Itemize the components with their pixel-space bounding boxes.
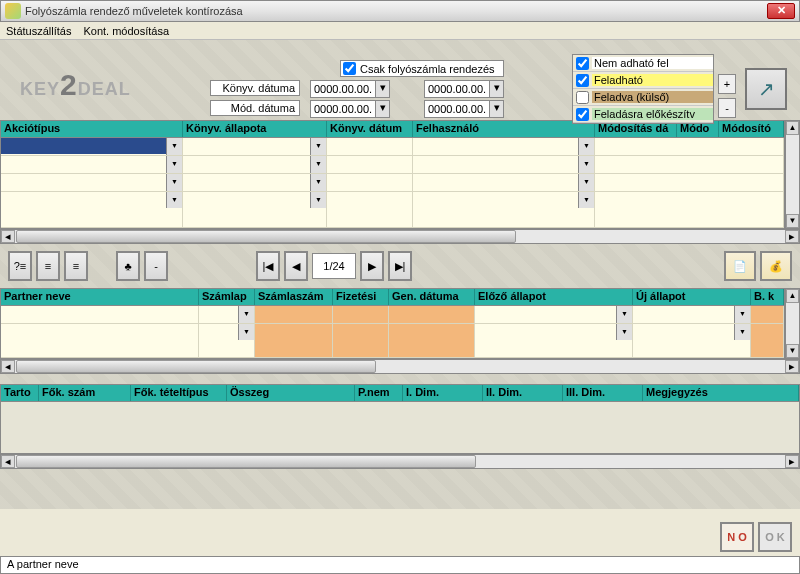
grid3-h2[interactable]: Fők. szám [39, 385, 131, 401]
grid1-h7[interactable]: Módosító [719, 121, 784, 137]
table-row[interactable]: ▼ ▼ ▼ [1, 174, 784, 192]
list2-button[interactable]: ≡ [64, 251, 88, 281]
dropdown-icon[interactable]: ▼ [578, 192, 594, 208]
grid2-hscroll[interactable]: ◂ ▸ [0, 359, 800, 374]
list1-button[interactable]: ≡ [36, 251, 60, 281]
grid1-h3[interactable]: Könyv. dátum [327, 121, 413, 137]
scroll-right-icon[interactable]: ▸ [785, 360, 799, 373]
book-date-to[interactable]: 0000.00.00.▾ [424, 80, 504, 98]
status-row-1[interactable]: Nem adható fel [573, 55, 713, 72]
dropdown-icon[interactable]: ▼ [166, 138, 182, 155]
dropdown-icon[interactable]: ▼ [578, 156, 594, 173]
grid3-hscroll[interactable]: ◂ ▸ [0, 454, 800, 469]
grid1-selected-cell[interactable] [1, 138, 166, 154]
scroll-right-icon[interactable]: ▸ [785, 455, 799, 468]
grid3-h9[interactable]: Megjegyzés [643, 385, 799, 401]
scroll-thumb[interactable] [16, 455, 476, 468]
dropdown-icon[interactable]: ▼ [310, 192, 326, 208]
grid3-h6[interactable]: I. Dim. [403, 385, 483, 401]
prev-page-button[interactable]: ◀ [284, 251, 308, 281]
grid3-h1[interactable]: Tarto [1, 385, 39, 401]
dropdown-icon[interactable]: ▼ [238, 324, 254, 340]
dropdown-icon[interactable]: ▼ [734, 324, 750, 340]
book-date-from[interactable]: 0000.00.00.▾ [310, 80, 390, 98]
no-button[interactable]: N O [720, 522, 754, 552]
help-button[interactable]: ?≡ [8, 251, 32, 281]
status-plus-button[interactable]: + [718, 74, 736, 94]
grid2-h4[interactable]: Fizetési [333, 289, 389, 305]
grid2-h5[interactable]: Gen. dátuma [389, 289, 475, 305]
dropdown-icon[interactable]: ▼ [238, 306, 254, 323]
close-button[interactable]: ✕ [767, 3, 795, 19]
grid3-h4[interactable]: Összeg [227, 385, 355, 401]
only-current-account-check[interactable]: Csak folyószámla rendezés [340, 60, 504, 77]
dropdown-icon[interactable]: ▼ [310, 156, 326, 173]
grid3-h3[interactable]: Fők. tételtípus [131, 385, 227, 401]
status-check-4[interactable] [576, 108, 589, 121]
dropdown-icon[interactable]: ▼ [310, 138, 326, 155]
grid3-h5[interactable]: P.nem [355, 385, 403, 401]
dropdown-icon[interactable]: ▼ [166, 192, 182, 208]
menu-status[interactable]: Státuszállítás [6, 25, 71, 37]
grid2-h7[interactable]: Új állapot [633, 289, 751, 305]
status-check-3[interactable] [576, 91, 589, 104]
report2-button[interactable]: 💰 [760, 251, 792, 281]
status-row-2[interactable]: Feladható [573, 72, 713, 89]
first-page-button[interactable]: |◀ [256, 251, 280, 281]
plus-button[interactable]: ♣ [116, 251, 140, 281]
grid1-h1[interactable]: Akciótípus [1, 121, 183, 137]
grid3-h7[interactable]: II. Dim. [483, 385, 563, 401]
last-page-button[interactable]: ▶| [388, 251, 412, 281]
grid2-h8[interactable]: B. k [751, 289, 784, 305]
ok-button[interactable]: O K [758, 522, 792, 552]
dropdown-icon[interactable]: ▼ [166, 174, 182, 191]
table-row[interactable]: ▼ ▼ ▼ [1, 138, 784, 156]
grid1-vscroll[interactable]: ▲ ▼ [785, 120, 800, 229]
status-check-1[interactable] [576, 57, 589, 70]
dropdown-icon[interactable]: ▼ [734, 306, 750, 323]
dropdown-icon[interactable]: ▼ [166, 156, 182, 173]
scroll-thumb[interactable] [16, 360, 376, 373]
scroll-thumb[interactable] [16, 230, 516, 243]
grid2-h6[interactable]: Előző állapot [475, 289, 633, 305]
dropdown-icon[interactable]: ▼ [616, 324, 632, 340]
grid1-hscroll[interactable]: ◂ ▸ [0, 229, 800, 244]
mod-date-from[interactable]: 0000.00.00.▾ [310, 100, 390, 118]
grid3-h8[interactable]: III. Dim. [563, 385, 643, 401]
grid2-h2[interactable]: Számlap [199, 289, 255, 305]
execute-button[interactable]: ↗ [745, 68, 787, 110]
date-picker-icon[interactable]: ▾ [489, 101, 503, 117]
menu-modify[interactable]: Kont. módosítása [83, 25, 169, 37]
dropdown-icon[interactable]: ▼ [578, 138, 594, 155]
only-current-account-checkbox[interactable] [343, 62, 356, 75]
table-row[interactable]: ▼ ▼ ▼ [1, 192, 784, 228]
scroll-left-icon[interactable]: ◂ [1, 455, 15, 468]
grid1-h2[interactable]: Könyv. állapota [183, 121, 327, 137]
grid2-h1[interactable]: Partner neve [1, 289, 199, 305]
dropdown-icon[interactable]: ▼ [310, 174, 326, 191]
dropdown-icon[interactable]: ▼ [616, 306, 632, 323]
table-row[interactable]: ▼ ▼ ▼ [1, 306, 784, 324]
grid2-vscroll[interactable]: ▲ ▼ [785, 288, 800, 359]
minus-button[interactable]: - [144, 251, 168, 281]
scroll-left-icon[interactable]: ◂ [1, 230, 15, 243]
mod-date-to[interactable]: 0000.00.00.▾ [424, 100, 504, 118]
report1-button[interactable]: 📄 [724, 251, 756, 281]
dropdown-icon[interactable]: ▼ [578, 174, 594, 191]
grid1-h4[interactable]: Felhasználó [413, 121, 595, 137]
scroll-left-icon[interactable]: ◂ [1, 360, 15, 373]
grid2-h3[interactable]: Számlaszám [255, 289, 333, 305]
pager-display[interactable]: 1/24 [312, 253, 356, 279]
scroll-up-icon[interactable]: ▲ [786, 289, 799, 303]
table-row[interactable]: ▼ ▼ ▼ [1, 156, 784, 174]
date-picker-icon[interactable]: ▾ [375, 81, 389, 97]
status-minus-button[interactable]: - [718, 98, 736, 118]
status-check-2[interactable] [576, 74, 589, 87]
scroll-down-icon[interactable]: ▼ [786, 214, 799, 228]
scroll-up-icon[interactable]: ▲ [786, 121, 799, 135]
scroll-down-icon[interactable]: ▼ [786, 344, 799, 358]
scroll-right-icon[interactable]: ▸ [785, 230, 799, 243]
next-page-button[interactable]: ▶ [360, 251, 384, 281]
status-row-4[interactable]: Feladásra előkészítv [573, 106, 713, 123]
status-row-3[interactable]: Feladva (külső) [573, 89, 713, 106]
